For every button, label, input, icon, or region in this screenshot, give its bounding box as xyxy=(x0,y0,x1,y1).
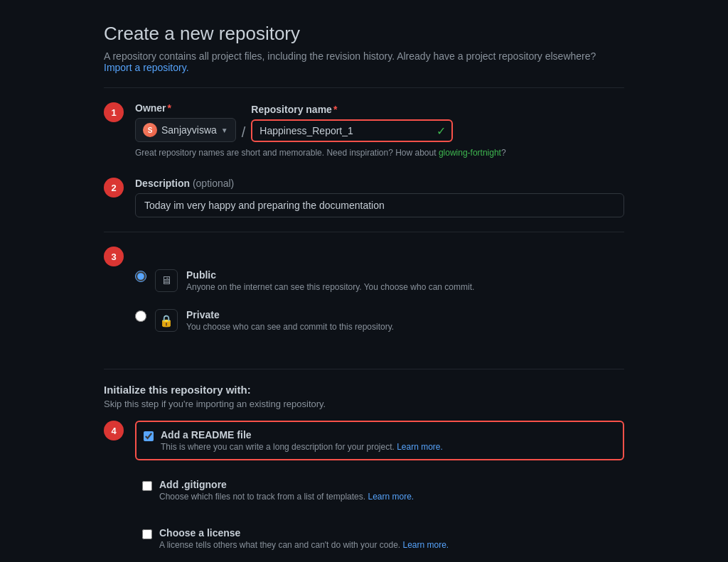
license-learn-link[interactable]: Learn more. xyxy=(403,540,449,550)
step-3-row: 3 🖥 Public Anyone on the internet can se… xyxy=(104,247,624,355)
suggestion-text: glowing-fortnight xyxy=(439,148,501,158)
step-1-row: 1 Owner* S Sanjayviswa ▼ / xyxy=(104,102,624,169)
step-3-content: 🖥 Public Anyone on the internet can see … xyxy=(135,261,624,340)
visibility-public-content: Public Anyone on the internet can see th… xyxy=(186,269,474,292)
visibility-public-title: Public xyxy=(186,269,474,281)
step-badge-3: 3 xyxy=(104,247,124,266)
owner-avatar: S xyxy=(143,123,157,137)
step-4-content: Add a README file This is where you can … xyxy=(135,421,624,562)
license-title: Choose a license xyxy=(159,527,449,539)
readme-option: Add a README file This is where you can … xyxy=(135,421,624,460)
visibility-public-option: 🖥 Public Anyone on the internet can see … xyxy=(135,261,624,301)
gitignore-checkbox[interactable] xyxy=(142,481,152,491)
owner-label: Owner* xyxy=(135,102,236,114)
divider-2 xyxy=(104,232,624,232)
optional-text: (optional) xyxy=(193,178,234,189)
gitignore-content: Add .gitignore Choose which files not to… xyxy=(159,479,414,502)
import-link[interactable]: Import a repository. xyxy=(104,62,189,73)
visibility-private-option: 🔒 Private You choose who can see and com… xyxy=(135,301,624,340)
license-checkbox[interactable] xyxy=(142,529,152,539)
step-badge-1: 1 xyxy=(104,102,124,122)
gitignore-desc: Choose which files not to track from a l… xyxy=(159,492,414,502)
gitignore-learn-link[interactable]: Learn more. xyxy=(368,492,414,502)
visibility-private-radio[interactable] xyxy=(135,310,146,322)
repo-name-hint: Great repository names are short and mem… xyxy=(135,148,624,158)
license-option: Choose a license A license tells others … xyxy=(135,520,624,557)
repo-name-field-group: Repository name* ✓ xyxy=(251,104,453,142)
step-2-row: 2 Description (optional) xyxy=(104,178,624,217)
readme-learn-link[interactable]: Learn more. xyxy=(397,442,443,452)
readme-desc: This is where you can write a long descr… xyxy=(161,442,443,452)
visibility-private-title: Private xyxy=(186,309,394,320)
init-section: Initialize this repository with: Skip th… xyxy=(104,384,624,562)
step-1-content: Owner* S Sanjayviswa ▼ / Repository name… xyxy=(135,102,624,169)
check-icon: ✓ xyxy=(437,124,446,138)
init-title: Initialize this repository with: xyxy=(104,384,624,396)
owner-repo-row: Owner* S Sanjayviswa ▼ / Repository name… xyxy=(135,102,624,142)
page-subtitle: A repository contains all project files,… xyxy=(104,50,624,73)
repo-name-input[interactable] xyxy=(252,121,451,141)
readme-content: Add a README file This is where you can … xyxy=(161,429,443,452)
gitignore-title: Add .gitignore xyxy=(159,479,414,490)
owner-field-group: Owner* S Sanjayviswa ▼ xyxy=(135,102,236,142)
lock-icon: 🔒 xyxy=(155,309,178,332)
owner-dropdown[interactable]: S Sanjayviswa ▼ xyxy=(135,118,236,142)
page-title: Create a new repository xyxy=(104,23,624,45)
license-desc: A license tells others what they can and… xyxy=(159,540,449,550)
license-content: Choose a license A license tells others … xyxy=(159,527,449,550)
slash-separator: / xyxy=(242,124,246,142)
repo-name-label: Repository name* xyxy=(251,104,453,115)
gitignore-option: Add .gitignore Choose which files not to… xyxy=(135,472,624,509)
owner-name: Sanjayviswa xyxy=(161,124,217,136)
step-badge-4: 4 xyxy=(104,421,124,441)
readme-checkbox[interactable] xyxy=(144,431,154,441)
description-input[interactable] xyxy=(135,193,624,217)
step-2-content: Description (optional) xyxy=(135,178,624,217)
init-subtitle: Skip this step if you're importing an ex… xyxy=(104,399,624,409)
visibility-private-content: Private You choose who can see and commi… xyxy=(186,309,394,332)
step-4-row: 4 Add a README file This is where you ca… xyxy=(104,421,624,562)
monitor-icon: 🖥 xyxy=(155,269,178,292)
divider-1 xyxy=(104,87,624,88)
repo-name-wrapper: ✓ xyxy=(251,119,453,142)
divider-3 xyxy=(104,369,624,369)
description-label: Description (optional) xyxy=(135,178,624,189)
visibility-private-desc: You choose who can see and commit to thi… xyxy=(186,322,394,332)
visibility-public-radio[interactable] xyxy=(135,271,146,282)
step-badge-2: 2 xyxy=(104,178,124,198)
readme-title: Add a README file xyxy=(161,429,443,441)
visibility-public-desc: Anyone on the internet can see this repo… xyxy=(186,282,474,292)
chevron-down-icon: ▼ xyxy=(221,126,228,134)
